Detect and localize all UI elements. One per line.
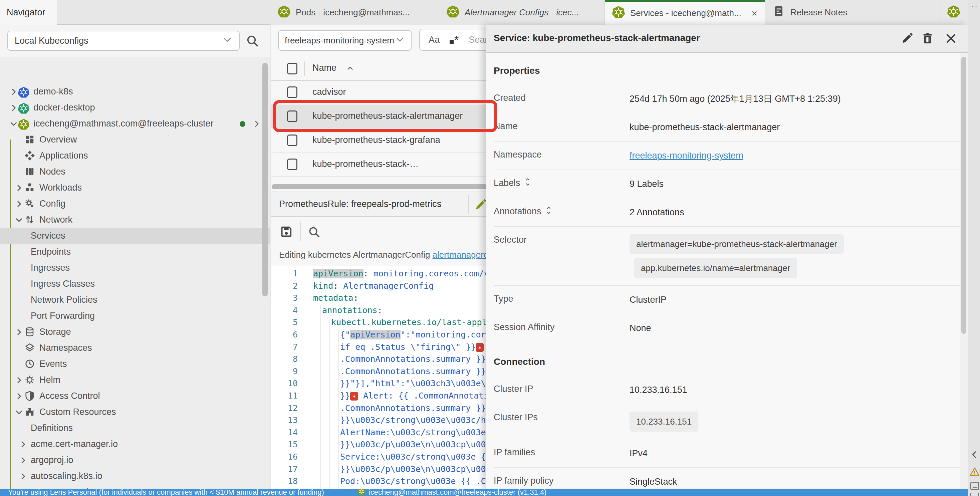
- sidebar-item-label: Applications: [40, 151, 88, 161]
- search-icon[interactable]: [308, 226, 320, 240]
- more-dots-icon[interactable]: ··: [971, 2, 978, 12]
- navigator-header[interactable]: Navigator: [0, 0, 57, 25]
- match-case-icon[interactable]: Aa: [429, 35, 440, 45]
- collapse-chevron-icon[interactable]: [970, 450, 979, 461]
- sidebar-item-network-policies[interactable]: Network Policies: [0, 293, 270, 308]
- delete-trash-icon[interactable]: [921, 32, 934, 46]
- sidebar-item-endpoints[interactable]: Endpoints: [0, 244, 270, 260]
- cluster-tree: demo-k8sdocker-desktopicecheng@mathmast.…: [0, 57, 270, 489]
- notification-square-icon[interactable]: [970, 482, 979, 490]
- chevron-right-icon[interactable]: [15, 328, 23, 339]
- chevron-down-icon[interactable]: [15, 408, 23, 419]
- search-icon[interactable]: [246, 34, 259, 49]
- sidebar-item-label: Ingress Classes: [31, 279, 95, 289]
- sidebar-item-port-forwarding[interactable]: Port Forwarding: [0, 308, 270, 324]
- detail-value: 254d 17h 50m ago (2025年1月13日 GMT+8 1:25:…: [630, 92, 841, 105]
- chevron-down-icon[interactable]: [15, 216, 23, 227]
- close-icon[interactable]: [945, 32, 957, 46]
- drawer-scrollbar[interactable]: [961, 57, 966, 334]
- sidebar-item-label: Nodes: [40, 167, 65, 177]
- notification-square-icon[interactable]: [970, 493, 979, 496]
- kubeconfig-select[interactable]: Local Kubeconfigs: [7, 31, 240, 51]
- sidebar-item-argoproj-io[interactable]: argoproj.io: [0, 453, 270, 469]
- sidebar-item-acme-cert-manager-io[interactable]: acme.cert-manager.io: [0, 437, 270, 453]
- sort-toggle-icon[interactable]: [545, 206, 553, 217]
- detail-row-ip-families: IP familiesIPv4: [494, 439, 960, 467]
- chevron-right-icon[interactable]: [15, 184, 23, 195]
- sort-caret-icon[interactable]: [347, 65, 354, 73]
- detail-value: alertmanager=kube-prometheus-stack-alert…: [630, 234, 844, 278]
- tab-bar: Navigator Pods - icecheng@mathmas...Aler…: [0, 0, 980, 25]
- sidebar-item-definitions[interactable]: Definitions: [0, 421, 270, 437]
- close-tab-icon[interactable]: ×: [751, 8, 757, 19]
- line-content: metadata:: [313, 292, 358, 304]
- select-all-checkbox[interactable]: [287, 63, 298, 75]
- sidebar-item-workloads[interactable]: Workloads: [0, 180, 270, 196]
- navigator-label: Navigator: [7, 7, 45, 18]
- chevron-right-icon[interactable]: [19, 472, 27, 483]
- sort-toggle-icon[interactable]: [524, 178, 532, 188]
- sidebar-item-config[interactable]: Config: [0, 196, 270, 212]
- chevron-right-icon[interactable]: [15, 392, 23, 403]
- sidebar-item-storage[interactable]: Storage: [0, 324, 270, 340]
- sidebar-item-helm[interactable]: Helm: [0, 372, 270, 388]
- row-checkbox[interactable]: [287, 159, 298, 170]
- sidebar-item-services[interactable]: Services: [0, 228, 270, 244]
- chevron-right-icon[interactable]: [19, 456, 27, 467]
- sidebar-item-label: Storage: [40, 327, 71, 337]
- sidebar-item-ingresses[interactable]: Ingresses: [0, 260, 270, 277]
- detail-label: Created: [494, 92, 630, 103]
- chevron-right-icon[interactable]: [15, 376, 23, 387]
- sidebar-item-demo-k8s[interactable]: demo-k8s: [0, 84, 270, 100]
- sidebar-scrollbar[interactable]: [262, 63, 268, 296]
- tab-pods-icecheng-mathmas-[interactable]: Pods - icecheng@mathmas...: [270, 0, 439, 25]
- sidebar-item-events[interactable]: Events: [0, 356, 270, 372]
- drawer-title: Service: kube-prometheus-stack-alertmana…: [494, 33, 700, 43]
- name-column-header[interactable]: Name: [312, 63, 336, 73]
- kubernetes-icon: [18, 86, 29, 100]
- chevron-right-icon[interactable]: [252, 119, 261, 130]
- sidebar-item-docker-desktop[interactable]: docker-desktop: [0, 100, 270, 116]
- detail-value: IPv4: [630, 447, 648, 460]
- line-content: }}\u003c/p\u003e\n\u003cp\u003e\: [340, 463, 501, 475]
- line-content: }}\u003c/strong\u003e\u003c/h3\u: [340, 414, 501, 426]
- tab-release-notes[interactable]: Release Notes: [765, 0, 940, 25]
- alarm-emoji-icon: ✶: [350, 392, 358, 401]
- service-details-drawer: Service: kube-prometheus-stack-alertmana…: [486, 25, 968, 489]
- line-number: 10: [271, 377, 298, 389]
- warning-triangle-icon[interactable]: [970, 467, 980, 478]
- chevron-right-icon[interactable]: [10, 103, 18, 114]
- sidebar-item-cert-manager-io[interactable]: cert-manager.io: [0, 485, 270, 489]
- namespace-select[interactable]: freeleaps-monitoring-system: [278, 30, 412, 51]
- sidebar-item-overview[interactable]: Overview: [0, 132, 270, 148]
- sidebar-item-label: demo-k8s: [33, 86, 73, 97]
- sidebar-item-nodes[interactable]: Nodes: [0, 164, 270, 180]
- sidebar-item-icecheng-mathmast-com-freeleap[interactable]: icecheng@mathmast.com@freeleaps-cluster: [0, 116, 270, 132]
- tab-services-icecheng-math-[interactable]: Services - icecheng@math...×: [605, 0, 765, 25]
- chevron-right-icon[interactable]: [10, 87, 18, 99]
- row-checkbox[interactable]: [287, 86, 298, 98]
- sidebar-item-access-control[interactable]: Access Control: [0, 388, 270, 405]
- tab-alertmanager-configs-ice[interactable]: Alertmanager Configs - icec...: [439, 0, 605, 25]
- edit-pencil-icon[interactable]: [474, 198, 487, 212]
- sidebar-item-applications[interactable]: Applications: [0, 148, 270, 164]
- sidebar-item-ingress-classes[interactable]: Ingress Classes: [0, 277, 270, 293]
- sidebar-item-custom-resources[interactable]: Custom Resources: [0, 405, 270, 421]
- sidebar-item-namespaces[interactable]: Namespaces: [0, 340, 270, 356]
- sidebar-item-network[interactable]: Network: [0, 212, 270, 228]
- row-checkbox[interactable]: [287, 135, 298, 146]
- sidebar-item-autoscaling-k8s-io[interactable]: autoscaling.k8s.io: [0, 469, 270, 485]
- sidebar-item-label: icecheng@mathmast.com@freeleaps-cluster: [33, 119, 214, 129]
- chevron-down-icon: [222, 35, 232, 47]
- chevron-down-icon[interactable]: [10, 119, 18, 130]
- line-content: apiVersion: monitoring.coreos.com/v1: [313, 267, 494, 280]
- save-icon[interactable]: [280, 225, 293, 240]
- chevron-right-icon[interactable]: [15, 200, 23, 211]
- chevron-right-icon[interactable]: [19, 440, 27, 451]
- edit-pencil-icon[interactable]: [900, 32, 913, 46]
- line-content: .CommonAnnotations.summary }}: [340, 353, 486, 365]
- sidebar-item-label: Port Forwarding: [31, 311, 95, 321]
- line-number: 17: [271, 463, 298, 475]
- namespace-link[interactable]: freeleaps-monitoring-system: [630, 151, 743, 161]
- regex-icon[interactable]: *: [450, 33, 459, 46]
